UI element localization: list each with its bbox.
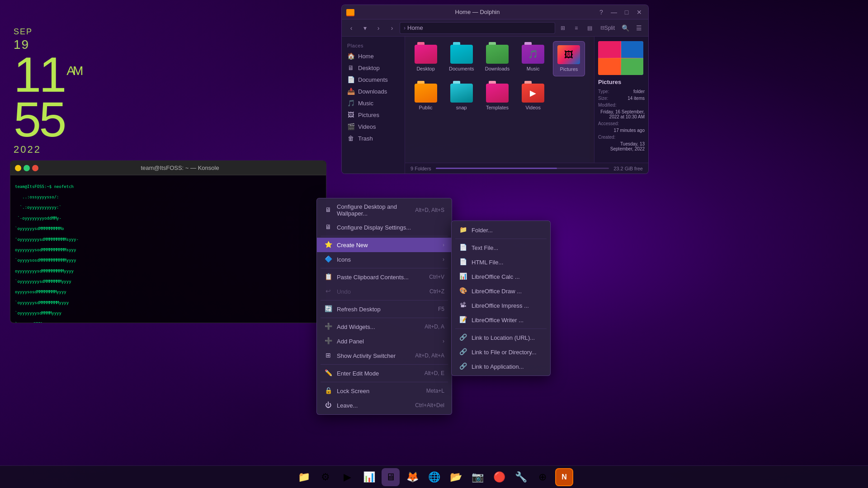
folder-desktop[interactable]: Desktop <box>410 41 442 76</box>
info-created-row: Created: <box>598 135 645 140</box>
taskbar-app2[interactable]: 🔧 <box>512 468 530 486</box>
breadcrumb-home[interactable]: Home <box>407 24 423 31</box>
sub-menu-link-app[interactable]: 🔗 Link to Application... <box>452 359 550 374</box>
folder-snap[interactable]: snap <box>445 80 477 114</box>
folder-music[interactable]: 🎵 Music <box>517 41 549 76</box>
sub-menu-writer[interactable]: 📝 LibreOffice Writer ... <box>452 313 550 327</box>
sub-menu-sep-1 <box>455 239 547 239</box>
link-file-label: Link to File or Directory... <box>472 349 543 356</box>
context-menu-item-configure-desktop[interactable]: 🖥 Configure Desktop and Wallpaper... Alt… <box>317 200 452 220</box>
taskbar-firefox[interactable]: 🦊 <box>403 468 421 486</box>
taskbar-browser[interactable]: 🌐 <box>425 468 443 486</box>
taskbar-terminal[interactable]: 🖥 <box>382 468 400 486</box>
context-menu-item-create-new[interactable]: ⭐ Create New › <box>317 238 452 252</box>
dolphin-main-area[interactable]: Desktop Documents Downloads <box>405 37 590 174</box>
taskbar-notifications[interactable]: N <box>555 468 573 486</box>
sub-menu-draw[interactable]: 🎨 LibreOffice Draw ... <box>452 284 550 298</box>
context-menu-item-add-panel[interactable]: ➕ Add Panel › <box>317 334 452 348</box>
folder-templates[interactable]: Templates <box>481 80 513 114</box>
menu-btn[interactable]: ☰ <box>633 22 645 34</box>
context-menu-item-icons[interactable]: 🔷 Icons › <box>317 252 452 267</box>
terminal-body[interactable]: team@ItsFOSS:~$ neofetch ..:ossyyyysso/:… <box>10 175 326 323</box>
activity-switcher-label: Show Activity Switcher <box>337 352 410 359</box>
folder-documents[interactable]: Documents <box>445 41 477 76</box>
context-menu-item-configure-display[interactable]: 🖥 Configure Display Settings... <box>317 220 452 235</box>
sub-menu-calc[interactable]: 📊 LibreOffice Calc ... <box>452 269 550 284</box>
folder-public[interactable]: Public <box>410 80 442 114</box>
sidebar-item-home-label: Home <box>358 53 374 60</box>
context-menu-item-paste[interactable]: 📋 Paste Clipboard Contents... Ctrl+V <box>317 270 452 284</box>
view-list-btn[interactable]: ≡ <box>571 22 582 34</box>
terminal-close-btn[interactable] <box>32 165 38 171</box>
taskbar-files2[interactable]: 📂 <box>447 468 465 486</box>
dolphin-help-btn[interactable]: ? <box>597 9 606 16</box>
sidebar-item-pictures[interactable]: 🖼 Pictures <box>342 109 405 121</box>
terminal-window[interactable]: team@ItsFOSS: ~ — Konsole team@ItsFOSS:~… <box>10 160 326 323</box>
context-menu[interactable]: 🖥 Configure Desktop and Wallpaper... Alt… <box>316 198 452 415</box>
taskbar-activity[interactable]: 📊 <box>360 468 378 486</box>
new-writer-label: LibreOffice Writer ... <box>472 317 543 324</box>
context-menu-sep-1 <box>321 236 448 236</box>
context-menu-item-leave[interactable]: ⏻ Leave... Ctrl+Alt+Del <box>317 398 452 413</box>
taskbar-app3[interactable]: ⊕ <box>533 468 552 486</box>
breadcrumb-bar[interactable]: › Home <box>400 22 555 34</box>
nav-back-btn[interactable]: ‹ <box>345 22 357 34</box>
context-menu-item-refresh[interactable]: 🔄 Refresh Desktop F5 <box>317 302 452 316</box>
sub-menu-html-file[interactable]: 📄 HTML File... <box>452 255 550 269</box>
context-menu-item-undo[interactable]: ↩ Undo Ctrl+Z <box>317 284 452 299</box>
dolphin-close-btn[interactable]: ✕ <box>635 9 644 16</box>
folder-pictures[interactable]: Pictures <box>553 41 585 76</box>
folder-videos[interactable]: ▶ Videos <box>517 80 549 114</box>
context-menu-item-activity-switcher[interactable]: ⊞ Show Activity Switcher Alt+D, Alt+A <box>317 348 452 363</box>
taskbar-settings[interactable]: ⚙ <box>316 468 335 486</box>
context-menu-item-edit-mode[interactable]: ✏️ Enter Edit Mode Alt+D, E <box>317 366 452 380</box>
sub-menu-text-file[interactable]: 📄 Text File... <box>452 240 550 255</box>
nav-up-btn[interactable]: › <box>386 22 398 34</box>
info-modified-val: Friday, 16 September, 2022 at 10:30 AM <box>598 109 645 119</box>
sidebar-item-trash[interactable]: 🗑 Trash <box>342 132 405 144</box>
taskbar-camera[interactable]: 📷 <box>468 468 486 486</box>
dolphin-toolbar: ‹ ▾ › › › Home ⊞ ≡ ▤ ⊟ Split 🔍 ☰ <box>342 19 648 37</box>
context-menu-item-add-widgets[interactable]: ➕ Add Widgets... Alt+D, A <box>317 319 452 334</box>
terminal-maximize-btn[interactable] <box>24 165 30 171</box>
view-icons-btn[interactable]: ⊞ <box>557 22 569 34</box>
refresh-shortcut: F5 <box>438 306 444 312</box>
sidebar-item-desktop[interactable]: 🖥 Desktop <box>342 62 405 74</box>
context-menu-sep-6 <box>321 382 448 382</box>
search-btn[interactable]: 🔍 <box>619 22 631 34</box>
folder-downloads[interactable]: Downloads <box>481 41 513 76</box>
info-panel-title: Pictures <box>598 79 645 85</box>
sidebar-item-home[interactable]: 🏠 Home <box>342 50 405 62</box>
terminal-minimize-btn[interactable] <box>15 165 21 171</box>
folder-public-icon <box>415 84 437 103</box>
sub-context-menu-create-new[interactable]: 📁 Folder... 📄 Text File... 📄 HTML File..… <box>451 221 551 376</box>
sub-menu-link-file[interactable]: 🔗 Link to File or Directory... <box>452 345 550 359</box>
sidebar-item-videos[interactable]: 🎬 Videos <box>342 121 405 132</box>
sub-menu-link-url[interactable]: 🔗 Link to Location (URL)... <box>452 330 550 345</box>
sidebar-item-downloads[interactable]: 📥 Downloads <box>342 85 405 97</box>
sidebar-item-pictures-label: Pictures <box>358 112 379 118</box>
dolphin-maximize-btn[interactable]: □ <box>622 9 631 16</box>
add-widgets-shortcut: Alt+D, A <box>425 324 444 330</box>
sub-menu-folder[interactable]: 📁 Folder... <box>452 223 550 237</box>
dolphin-minimize-btn[interactable]: — <box>609 9 618 16</box>
taskbar-media[interactable]: ▶ <box>338 468 356 486</box>
dolphin-window[interactable]: Home — Dolphin ? — □ ✕ ‹ ▾ › › › Home ⊞ … <box>341 5 649 174</box>
paste-icon: 📋 <box>324 273 332 281</box>
sub-menu-impress[interactable]: 📽 LibreOffice Impress ... <box>452 298 550 313</box>
folder-videos-icon: ▶ <box>522 84 544 103</box>
taskbar-app1[interactable]: 🔴 <box>490 468 508 486</box>
view-details-btn[interactable]: ▤ <box>584 22 596 34</box>
sidebar-item-music[interactable]: 🎵 Music <box>342 97 405 109</box>
taskbar-files[interactable]: 📁 <box>295 468 313 486</box>
nav-dropdown-btn[interactable]: ▾ <box>359 22 371 34</box>
sidebar-item-videos-label: Videos <box>358 123 376 130</box>
info-created-val: Tuesday, 13 September, 2022 <box>598 141 645 151</box>
split-btn[interactable]: ⊟ Split <box>598 22 618 34</box>
configure-desktop-shortcut: Alt+D, Alt+S <box>415 207 444 213</box>
context-menu-item-lock[interactable]: 🔒 Lock Screen Meta+L <box>317 384 452 398</box>
nav-forward-btn[interactable]: › <box>373 22 384 34</box>
icons-label: Icons <box>337 256 438 263</box>
link-app-label: Link to Application... <box>472 363 543 370</box>
sidebar-item-documents[interactable]: 📄 Documents <box>342 74 405 85</box>
